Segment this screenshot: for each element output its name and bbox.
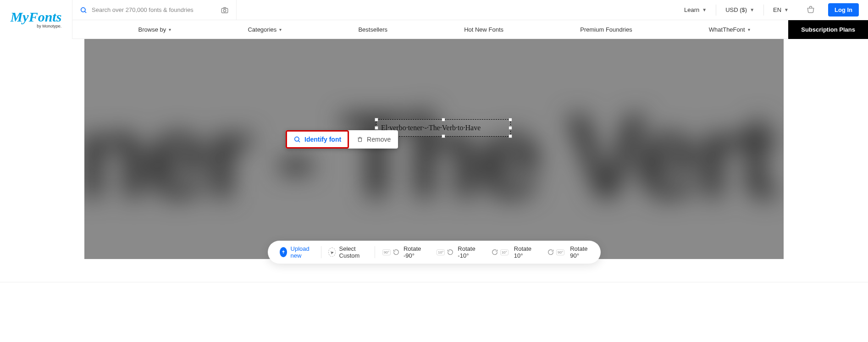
rotate-10-button[interactable]: 10° Rotate 10° — [484, 245, 540, 259]
chevron-down-icon: ▾ — [279, 27, 282, 32]
select-custom-label: Select Custom — [339, 245, 368, 259]
logo[interactable]: MyFonts by Monotype. — [0, 0, 72, 39]
rotate-neg-10-button[interactable]: 10° Rotate -10° — [429, 245, 483, 259]
svg-line-1 — [85, 11, 86, 13]
learn-label: Learn — [684, 6, 699, 13]
svg-point-0 — [81, 7, 85, 11]
main-nav: Browse by ▾ Categories ▾ Bestsellers Hot… — [72, 20, 868, 39]
rotate-cw-icon — [547, 248, 554, 256]
nav-bestsellers[interactable]: Bestsellers — [358, 26, 387, 33]
chevron-down-icon: ▾ — [748, 27, 750, 32]
resize-handle-br[interactable] — [509, 134, 512, 138]
logo-text: MyFonts — [11, 11, 62, 23]
chevron-down-icon: ▼ — [702, 7, 707, 12]
chevron-down-icon: ▼ — [784, 7, 789, 12]
nav-label: Browse by — [138, 26, 166, 33]
nav-whatthefont[interactable]: WhatTheFont ▾ — [709, 26, 750, 33]
resize-handle-tr[interactable] — [509, 118, 512, 121]
blurred-background-text: ner - The Vert — [84, 80, 784, 232]
rotate-label: Rotate 90° — [570, 245, 588, 259]
rotate-90-button[interactable]: 90° Rotate 90° — [540, 245, 596, 259]
upload-icon — [280, 247, 287, 257]
logo-subtext: by Monotype. — [11, 24, 62, 28]
nav-label: Hot New Fonts — [464, 26, 503, 33]
login-button[interactable]: Log In — [828, 3, 859, 17]
rotate-neg-90-button[interactable]: 90° Rotate -90° — [375, 245, 429, 259]
image-canvas[interactable]: ner - The Vert El·verbo·tener·-·The·Verb… — [84, 39, 784, 259]
cart-icon[interactable] — [798, 6, 824, 15]
remove-button[interactable]: Remove — [349, 130, 398, 149]
identify-font-button[interactable]: Identify font — [286, 130, 349, 149]
nav-hot-new-fonts[interactable]: Hot New Fonts — [464, 26, 503, 33]
rotate-label: Rotate -90° — [404, 245, 422, 259]
language-menu[interactable]: EN ▼ — [763, 5, 798, 16]
identify-label: Identify font — [304, 136, 341, 143]
language-label: EN — [773, 6, 781, 13]
header-right: Learn ▼ USD ($) ▼ EN ▼ Log In — [675, 0, 868, 20]
svg-line-5 — [299, 141, 300, 142]
selection-action-popover: Identify font Remove — [286, 130, 398, 149]
learn-menu[interactable]: Learn ▼ — [675, 5, 716, 16]
rotate-label: Rotate 10° — [514, 245, 532, 259]
remove-label: Remove — [367, 136, 391, 143]
nav-label: Bestsellers — [358, 26, 387, 33]
search-input[interactable] — [92, 6, 221, 13]
page-footer-area — [0, 282, 868, 342]
resize-handle-tm[interactable] — [442, 118, 445, 121]
blur-text-content: ner - The Vert — [84, 88, 774, 225]
select-custom-button[interactable]: ➤ Select Custom — [321, 245, 375, 259]
currency-label: USD ($) — [725, 6, 747, 13]
rotate-badge: 10° — [500, 249, 509, 255]
chevron-down-icon: ▼ — [750, 7, 754, 12]
nav-label: WhatTheFont — [709, 26, 745, 33]
rotate-badge: 90° — [382, 249, 391, 255]
subscription-plans-button[interactable]: Subscription Plans — [788, 20, 868, 39]
rotate-label: Rotate -10° — [458, 245, 476, 259]
rotate-ccw-icon — [447, 248, 454, 256]
resize-handle-mr[interactable] — [509, 126, 512, 130]
svg-rect-6 — [359, 138, 362, 142]
rotate-ccw-icon — [393, 248, 400, 256]
nav-browse-by[interactable]: Browse by ▾ — [138, 26, 171, 33]
search-icon[interactable] — [80, 6, 87, 14]
svg-point-3 — [223, 9, 226, 11]
nav-premium-foundries[interactable]: Premium Foundries — [580, 26, 632, 33]
nav-label: Premium Foundries — [580, 26, 632, 33]
header: Learn ▼ USD ($) ▼ EN ▼ Log In — [0, 0, 868, 20]
upload-new-button[interactable]: Upload new — [272, 245, 321, 259]
resize-handle-tl[interactable] — [375, 118, 378, 121]
nav-label: Categories — [248, 26, 276, 33]
svg-rect-2 — [221, 8, 228, 13]
rotate-badge: 90° — [556, 249, 564, 255]
chevron-down-icon: ▾ — [169, 27, 171, 32]
svg-point-4 — [295, 137, 299, 141]
nav-categories[interactable]: Categories ▾ — [248, 26, 282, 33]
search-icon — [293, 136, 301, 143]
resize-handle-bm[interactable] — [442, 134, 445, 138]
search-box — [72, 0, 237, 20]
trash-icon — [357, 136, 363, 143]
bottom-toolbar: Upload new ➤ Select Custom 90° Rotate -9… — [268, 241, 601, 264]
camera-icon[interactable] — [221, 6, 229, 14]
rotate-badge: 10° — [437, 249, 445, 255]
currency-menu[interactable]: USD ($) ▼ — [716, 5, 763, 16]
nav-items: Browse by ▾ Categories ▾ Bestsellers Hot… — [72, 26, 788, 33]
select-custom-icon: ➤ — [328, 248, 335, 257]
resize-handle-ml[interactable] — [375, 126, 378, 130]
upload-label: Upload new — [291, 245, 314, 259]
rotate-cw-icon — [491, 248, 498, 256]
